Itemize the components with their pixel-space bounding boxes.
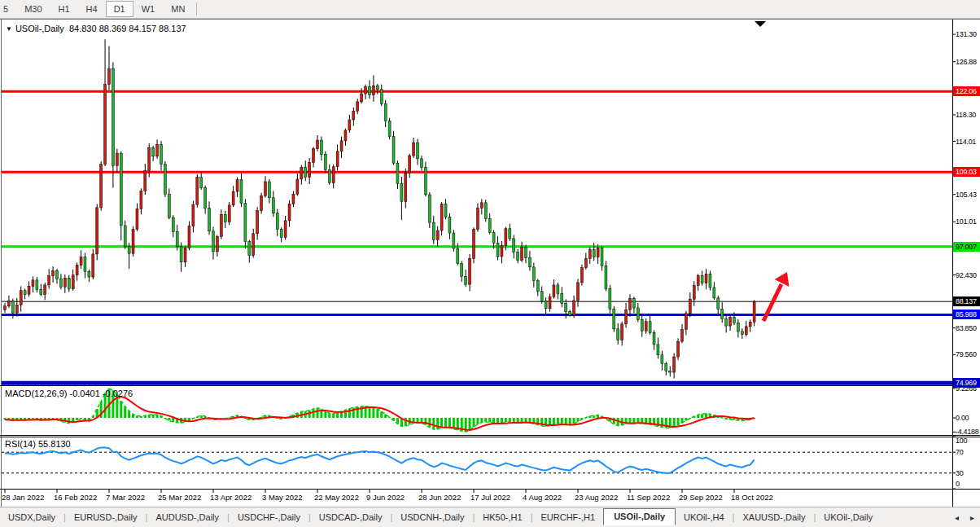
tab-ukoil-daily[interactable]: UKOil-,Daily	[816, 510, 881, 525]
bull-candle	[372, 86, 374, 94]
chart-canvas	[0, 0, 980, 527]
bull-candle	[156, 144, 159, 156]
bull-candle	[284, 221, 287, 238]
bull-candle	[313, 149, 315, 163]
timeframe-button-d1[interactable]: D1	[106, 1, 133, 17]
tab-scroll-left-icon[interactable]: ◂	[952, 513, 961, 522]
bear-candle	[388, 121, 391, 137]
timeframe-button-m30[interactable]: M30	[16, 1, 50, 17]
bear-candle	[725, 319, 728, 326]
tab-xauusd-daily[interactable]: XAUUSD-,Daily	[734, 510, 813, 525]
timeframe-button-h4[interactable]: H4	[78, 1, 106, 17]
price-level-badge-97.007: 97.007	[953, 242, 980, 252]
tab-usdcad-daily[interactable]: USDCAD-,Daily	[311, 510, 391, 525]
bull-candle	[588, 250, 591, 259]
timeframe-button-mn[interactable]: MN	[163, 1, 193, 17]
tab-scroll-right-icon[interactable]: ▸	[968, 513, 977, 522]
bear-candle	[641, 319, 643, 331]
macd-indicator-label: MACD(12,26,9) -0.0401 -0.0276	[5, 389, 133, 398]
bull-candle	[316, 140, 318, 149]
chart-dropdown-icon[interactable]: ▼	[6, 25, 12, 33]
bear-candle	[55, 270, 58, 279]
bear-candle	[304, 168, 307, 178]
rsi-value: 55.8130	[38, 439, 71, 449]
bull-candle	[745, 327, 747, 335]
date-axis-label: 4 Aug 2022	[523, 493, 562, 502]
bear-candle	[11, 301, 14, 313]
bear-candle	[160, 144, 162, 164]
bear-candle	[545, 301, 547, 309]
rsi-name: RSI(14)	[5, 439, 36, 449]
tab-audusd-daily[interactable]: AUDUSD-,Daily	[147, 510, 227, 525]
timeframe-button-h1[interactable]: H1	[50, 1, 78, 17]
bull-candle	[332, 167, 335, 183]
tab-hk50-h1[interactable]: HK50-,H1	[475, 510, 530, 525]
bull-candle	[505, 229, 507, 246]
bear-candle	[601, 248, 603, 266]
bear-candle	[461, 263, 463, 276]
price-axis-tick: 131.30	[956, 29, 980, 39]
bear-candle	[124, 226, 126, 247]
bear-candle	[741, 332, 743, 335]
bear-candle	[180, 247, 182, 262]
bull-candle	[625, 310, 628, 323]
tab-eurchf-h1[interactable]: EURCHF-,H1	[533, 510, 604, 525]
bear-candle	[120, 153, 122, 226]
bull-candle	[549, 296, 551, 308]
bull-candle	[76, 266, 78, 275]
bear-candle	[484, 203, 487, 219]
bull-candle	[697, 276, 699, 286]
bull-candle	[357, 102, 359, 111]
bear-candle	[632, 299, 635, 308]
bull-candle	[288, 204, 291, 221]
bull-candle	[689, 299, 691, 313]
date-axis-label: 13 Apr 2022	[210, 493, 252, 502]
bear-candle	[40, 289, 42, 294]
date-axis-label: 23 Aug 2022	[575, 493, 618, 502]
tab-usdx-daily[interactable]: USDX,Daily	[0, 510, 63, 525]
timeframe-button-5[interactable]: 5	[0, 1, 16, 17]
tab-ukoil-h4[interactable]: UKOil-,H4	[676, 510, 733, 525]
bear-candle	[424, 168, 427, 195]
bull-candle	[693, 286, 695, 300]
bull-candle	[680, 330, 683, 341]
price-axis-tick: 92.430	[956, 270, 980, 280]
bear-candle	[721, 310, 724, 319]
bull-candle	[192, 204, 195, 226]
bear-candle	[276, 213, 278, 230]
bull-candle	[469, 258, 471, 284]
tab-usdcnh-daily[interactable]: USDCNH-,Daily	[392, 510, 472, 525]
bear-candle	[328, 170, 330, 183]
bear-candle	[240, 180, 243, 204]
bull-candle	[340, 141, 343, 152]
bull-candle	[236, 180, 238, 191]
bear-candle	[376, 86, 378, 90]
bear-candle	[400, 183, 403, 201]
bull-candle	[260, 195, 263, 210]
bull-candle	[365, 87, 367, 94]
bear-candle	[200, 178, 203, 188]
bull-candle	[405, 173, 407, 201]
bull-candle	[80, 257, 82, 266]
symbol-tab-bar: USDX,Daily|EURUSD-,Daily|AUDUSD-,Daily|U…	[0, 507, 980, 527]
bear-candle	[565, 304, 567, 312]
date-axis-label: 29 Sep 2022	[679, 493, 723, 502]
price-axis-tick: 126.88	[956, 57, 980, 67]
timeframe-button-w1[interactable]: W1	[133, 1, 164, 17]
tab-usdchf-daily[interactable]: USDCHF-,Daily	[230, 510, 308, 525]
bull-candle	[480, 203, 483, 209]
toolbar-separator	[196, 2, 197, 15]
bear-candle	[509, 229, 511, 239]
tab-usoil-daily[interactable]: USOil-,Daily	[603, 508, 676, 525]
bull-candle	[705, 274, 707, 283]
chart-shift-marker-icon[interactable]	[755, 21, 766, 27]
bull-candle	[344, 130, 347, 141]
bull-candle	[413, 143, 415, 156]
bull-candle	[52, 270, 55, 275]
bull-candle	[521, 248, 523, 261]
price-axis-tick: 105.43	[956, 190, 980, 200]
tab-eurusd-daily[interactable]: EURUSD-,Daily	[66, 510, 146, 525]
bear-candle	[528, 257, 531, 266]
bull-candle	[148, 147, 151, 170]
bear-candle	[36, 280, 38, 289]
